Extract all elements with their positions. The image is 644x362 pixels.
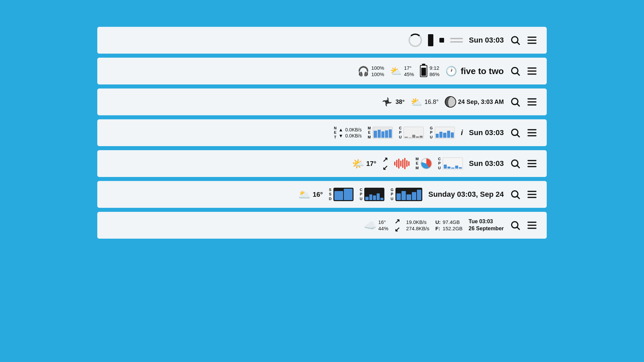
disk7-f-label: F:: [435, 225, 440, 232]
menu-icon-3: [527, 97, 537, 107]
ssd-s: S: [329, 188, 331, 192]
mem-bar3: [381, 131, 384, 138]
gpu-bar2: [439, 132, 442, 138]
search-button-5[interactable]: [510, 158, 521, 169]
datetime7-date: 26 September: [469, 225, 504, 232]
svg-rect-14: [528, 98, 537, 99]
menubar-3: 38° ⛅ 16.8° 24 Sep, 3:03 AM: [97, 88, 547, 115]
weather3-item: ⛅ 16.8°: [411, 97, 438, 108]
mem-bar5: [389, 129, 392, 138]
disk7-used: 97.4GB: [443, 219, 460, 226]
cpu5-graph: [443, 158, 463, 170]
svg-rect-16: [528, 104, 537, 105]
gpu6-b4: [412, 192, 416, 200]
spinner-item: [409, 34, 422, 47]
menu-button-6[interactable]: [527, 189, 537, 200]
disk7-u-label: U:: [435, 219, 441, 226]
cloud7-item: ☁️ 16° 44%: [364, 219, 388, 232]
cpu-bar1: [405, 137, 408, 138]
disk7-labels: U: F:: [435, 219, 441, 232]
cloud7-values: 16° 44%: [378, 219, 388, 232]
search-button[interactable]: [510, 35, 521, 46]
cpu6-item: C P U: [360, 188, 384, 201]
menubar-5: 🌤️ 17° ↗ ↙ M E M C P: [97, 150, 547, 177]
ssd-b1: [334, 191, 343, 200]
svg-rect-36: [528, 228, 537, 229]
mem-bar1: [374, 131, 377, 138]
arrow-down-icon: ▼: [338, 133, 343, 138]
gpu6-b3: [407, 194, 411, 200]
moon-item: 24 Sep, 3:03 AM: [445, 96, 504, 108]
gpu-item: G P U: [430, 126, 455, 139]
cpu5-label: C P U: [438, 157, 441, 170]
svg-rect-4: [528, 43, 537, 44]
net-t: T: [334, 135, 336, 139]
search-button-2[interactable]: [510, 66, 521, 76]
net7-speeds: 19.0KB/s 274.8KB/s: [406, 219, 429, 232]
gpu6-graph: [395, 188, 422, 201]
c5-bar1: [444, 165, 447, 169]
gpu-bar5: [451, 132, 454, 138]
menu-button-5[interactable]: [527, 158, 537, 169]
c5-bar4: [455, 166, 458, 169]
search-icon: [510, 35, 521, 46]
search-button-7[interactable]: [510, 220, 521, 231]
dashes-icon: [450, 38, 463, 43]
cpu-item: C P U: [399, 126, 424, 139]
search-icon-4: [510, 127, 521, 138]
svg-rect-30: [528, 194, 537, 195]
cloud7-temp: 16°: [378, 219, 386, 226]
search-button-3[interactable]: [510, 97, 521, 107]
clock-text: five to two: [461, 66, 504, 76]
search-icon-3: [510, 97, 521, 107]
net7-down: 274.8KB/s: [406, 225, 429, 232]
fan-temp: 38°: [395, 99, 405, 106]
svg-line-18: [517, 135, 520, 137]
svg-line-33: [517, 227, 520, 230]
ssd-graph: [333, 188, 354, 201]
gpu-bar4: [447, 131, 450, 138]
g6-p: P: [391, 192, 393, 196]
partly-cloudy-icon: 🌤️: [352, 158, 364, 170]
datetime6-label: Sunday 03:03, Sep 24: [428, 190, 504, 199]
battery-item: 9:12 86%: [420, 65, 439, 78]
c5-p: P: [438, 161, 440, 166]
menu-icon-7: [527, 220, 537, 231]
mem-m: M: [368, 126, 371, 130]
menu-button[interactable]: [527, 35, 537, 46]
datetime5-label: Sun 03:03: [469, 159, 504, 168]
svg-point-12: [512, 98, 518, 105]
menu-icon-5: [527, 158, 537, 169]
search-button-4[interactable]: [510, 127, 521, 138]
search-icon-6: [510, 189, 521, 200]
ssd-d: D: [329, 197, 332, 201]
partly-cloudy-item: 🌤️ 17°: [352, 158, 376, 170]
menu-button-7[interactable]: [527, 220, 537, 231]
svg-rect-15: [528, 101, 537, 102]
arrow-ne: ↗: [382, 156, 388, 164]
dashes-item: [450, 38, 463, 43]
wave-b5: [402, 159, 404, 168]
weather-temp: 17°: [404, 65, 412, 71]
wave-b7: [406, 160, 408, 167]
arrow7-sw: ↙: [394, 225, 400, 233]
wave-b8: [408, 161, 410, 166]
search-button-6[interactable]: [510, 189, 521, 200]
search-icon-2: [510, 66, 521, 76]
menubar-1: Sun 03:03: [97, 27, 547, 54]
gpu6-label: G P U: [390, 188, 393, 201]
menu-icon-4: [527, 127, 537, 138]
menu-button-3[interactable]: [527, 97, 537, 107]
svg-point-22: [512, 160, 518, 166]
menu-button-4[interactable]: [527, 127, 537, 138]
expand-icon: ↗ ↙: [382, 156, 388, 172]
clock-icon: 🕐: [445, 66, 457, 77]
spinner-icon: [409, 34, 422, 47]
menu-button-2[interactable]: [527, 66, 537, 76]
cpu5-item: C P U: [438, 157, 463, 170]
headphone-values: 100% 100%: [371, 65, 384, 78]
small-rect-icon: [439, 38, 444, 43]
menubar-6: 🌥️ 16° S S D C P U G P: [97, 181, 547, 208]
gpu-p: P: [430, 130, 432, 135]
svg-point-32: [512, 222, 518, 228]
